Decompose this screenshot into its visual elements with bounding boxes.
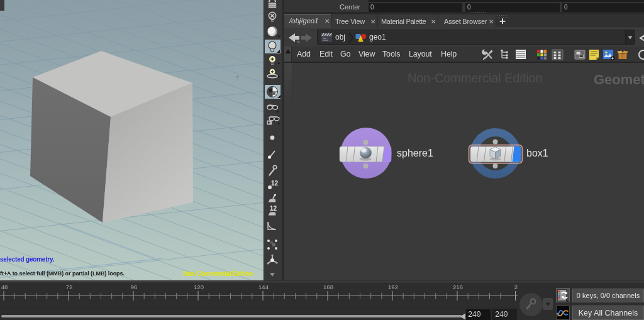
svg-text:12: 12: [271, 180, 279, 187]
svg-text:box1: box1: [526, 148, 548, 158]
svg-text:sphere1: sphere1: [397, 148, 433, 158]
svg-text:48: 48: [1, 284, 8, 290]
svg-text:192: 192: [388, 284, 398, 290]
svg-text:96: 96: [131, 284, 138, 290]
svg-text:120: 120: [194, 284, 204, 290]
svg-text:144: 144: [258, 284, 269, 290]
svg-text:12: 12: [270, 205, 277, 212]
svg-text:168: 168: [323, 284, 333, 290]
svg-text:2: 2: [514, 284, 518, 290]
svg-text:216: 216: [453, 284, 463, 290]
svg-text:72: 72: [66, 284, 73, 290]
